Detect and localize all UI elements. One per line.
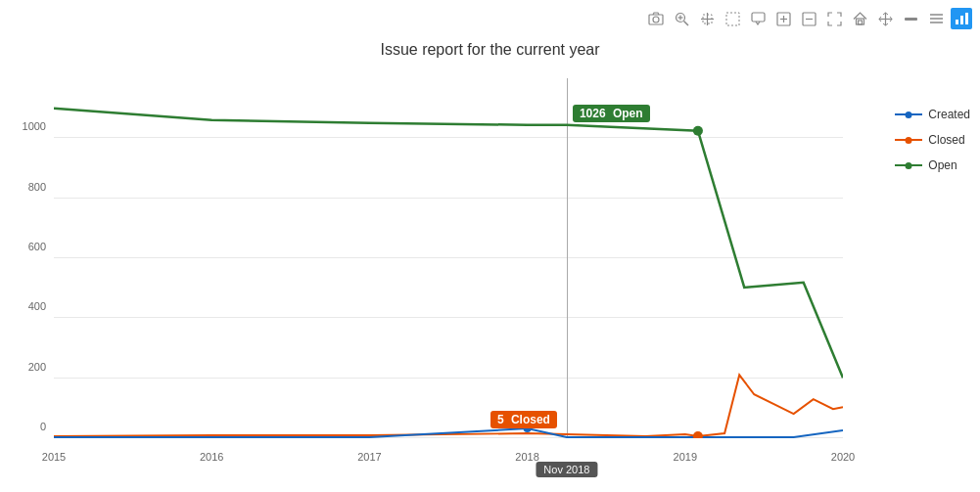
svg-rect-9: [726, 13, 739, 25]
fullscreen-btn[interactable]: [823, 8, 845, 29]
select-btn[interactable]: [722, 8, 743, 29]
x-label-2018: 2018: [515, 451, 538, 463]
y-label-1000: 1000: [23, 120, 46, 132]
zoom-out-btn[interactable]: [798, 8, 819, 29]
x-label-2015: 2015: [42, 451, 66, 463]
x-label-2017: 2017: [357, 451, 381, 463]
x-label-2020: 2020: [831, 451, 855, 463]
crosshair-btn[interactable]: [696, 8, 718, 29]
legend-line-created: [895, 113, 922, 115]
svg-rect-16: [856, 19, 863, 24]
legend: Created Closed Open: [895, 108, 970, 172]
tooltip-closed: 5 Closed: [490, 411, 557, 428]
x-label-2019: 2019: [674, 451, 697, 463]
tooltip-closed-value: 5: [497, 413, 504, 426]
y-label-800: 800: [28, 181, 46, 193]
bar-chart-btn[interactable]: [951, 8, 972, 29]
open-line: [54, 109, 843, 379]
legend-line-open: [895, 164, 922, 166]
svg-rect-17: [858, 21, 862, 24]
zoom-in-btn[interactable]: [772, 8, 794, 29]
toolbar: [645, 8, 972, 29]
comment-btn[interactable]: [747, 8, 769, 29]
line-btn[interactable]: [900, 8, 921, 29]
svg-rect-25: [960, 16, 963, 24]
svg-line-3: [683, 21, 688, 25]
chart-title: Issue report for the current year: [0, 41, 980, 59]
svg-point-1: [653, 17, 659, 22]
legend-label-created: Created: [928, 108, 970, 121]
menu-btn[interactable]: [925, 8, 947, 29]
chart-svg: [54, 78, 843, 438]
legend-item-open: Open: [895, 158, 970, 172]
legend-item-closed: Closed: [895, 133, 970, 147]
chart-container: Issue report for the current year 0 200 …: [0, 0, 980, 492]
tooltip-open: 1026 Open: [573, 105, 650, 122]
legend-label-closed: Closed: [928, 133, 964, 147]
tooltip-x: Nov 2018: [536, 462, 597, 477]
closed-line: [54, 375, 843, 436]
legend-item-created: Created: [895, 108, 970, 121]
tooltip-closed-label: Closed: [511, 413, 550, 426]
camera-btn[interactable]: [645, 8, 667, 29]
legend-label-open: Open: [928, 158, 957, 172]
y-label-600: 600: [28, 241, 46, 252]
x-label-2016: 2016: [200, 451, 223, 463]
y-label-200: 200: [28, 361, 46, 373]
legend-line-closed: [895, 139, 922, 141]
open-dot: [693, 126, 703, 136]
tooltip-open-label: Open: [613, 107, 643, 120]
y-label-0: 0: [40, 421, 46, 432]
pan-btn[interactable]: [874, 8, 896, 29]
svg-rect-20: [905, 18, 917, 21]
chart-area: 0 200 400 600 800 1000 2015 2016 2017 20…: [54, 78, 843, 438]
tooltip-open-value: 1026: [580, 107, 606, 120]
home-btn[interactable]: [849, 8, 870, 29]
closed-dot: [693, 431, 703, 438]
svg-rect-10: [752, 13, 765, 22]
y-label-400: 400: [28, 300, 46, 312]
zoom-btn[interactable]: [671, 8, 692, 29]
svg-rect-24: [956, 20, 958, 24]
svg-rect-26: [965, 13, 968, 24]
